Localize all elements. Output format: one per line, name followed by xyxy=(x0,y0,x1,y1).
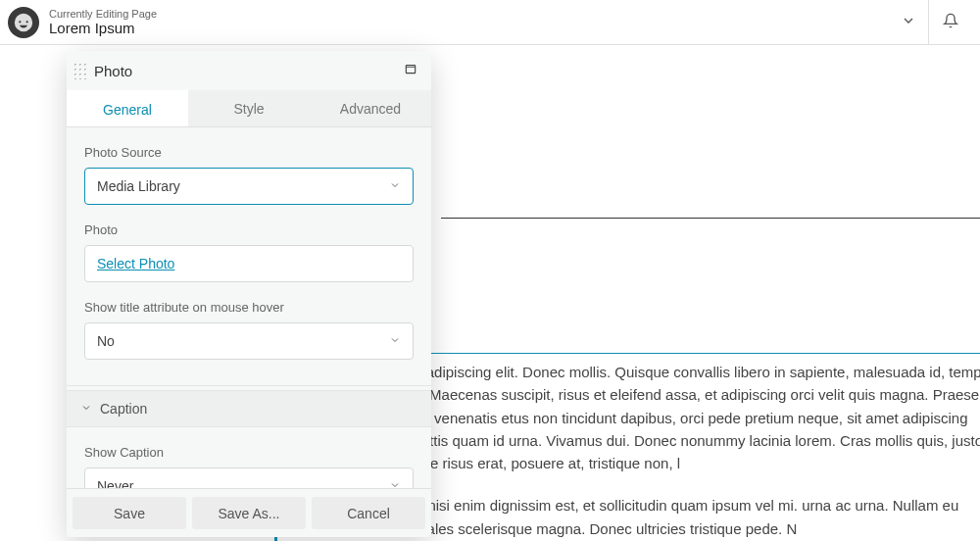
cancel-button[interactable]: Cancel xyxy=(312,497,425,529)
group-title: Caption xyxy=(100,401,147,417)
tab-general[interactable]: General xyxy=(67,90,188,126)
select-photo-source[interactable]: Media Library xyxy=(84,168,414,205)
chevron-down-icon xyxy=(389,178,401,194)
notifications-icon[interactable] xyxy=(929,13,972,32)
group-caption[interactable]: Caption xyxy=(67,390,431,427)
chevron-down-icon xyxy=(80,401,92,417)
select-photo-button[interactable]: Select Photo xyxy=(84,245,414,282)
label-show-title: Show title attribute on mouse hover xyxy=(84,300,414,315)
panel-body: Photo Source Media Library Photo Select … xyxy=(67,127,431,488)
settings-panel: Photo General Style Advanced Photo Sourc… xyxy=(67,51,431,537)
label-photo: Photo xyxy=(84,222,414,237)
panel-footer: Save Save As... Cancel xyxy=(67,488,431,537)
editing-label: Currently Editing Page xyxy=(49,8,157,20)
top-bar: Currently Editing Page Lorem Ipsum xyxy=(0,0,980,45)
select-value: Never xyxy=(97,478,133,488)
panel-header: Photo xyxy=(67,51,431,90)
select-value: No xyxy=(97,333,115,349)
tab-advanced[interactable]: Advanced xyxy=(310,90,431,126)
save-as-button[interactable]: Save As... xyxy=(192,497,306,529)
tab-style[interactable]: Style xyxy=(188,90,310,126)
panel-title: Photo xyxy=(94,63,400,79)
divider xyxy=(67,385,431,386)
popout-icon[interactable] xyxy=(400,58,421,83)
select-photo-text: Select Photo xyxy=(97,256,174,271)
select-show-title[interactable]: No xyxy=(84,322,414,360)
drag-handle-icon[interactable] xyxy=(73,62,86,79)
page-title: Lorem Ipsum xyxy=(49,20,157,36)
label-show-caption: Show Caption xyxy=(84,445,414,460)
page-switch-dropdown[interactable] xyxy=(889,13,928,32)
select-show-caption[interactable]: Never xyxy=(84,467,414,488)
app-logo[interactable] xyxy=(8,7,39,38)
select-value: Media Library xyxy=(97,178,180,194)
chevron-down-icon xyxy=(389,333,401,349)
label-photo-source: Photo Source xyxy=(84,145,414,160)
tab-bar: General Style Advanced xyxy=(67,90,431,127)
chevron-down-icon xyxy=(389,478,401,488)
save-button[interactable]: Save xyxy=(73,497,186,529)
